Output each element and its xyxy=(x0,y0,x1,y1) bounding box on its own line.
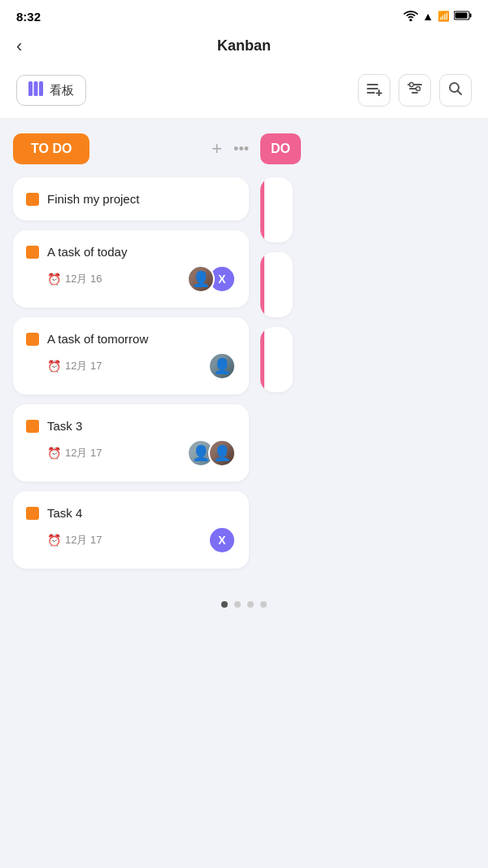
header: ‹ Kanban xyxy=(0,29,488,66)
task-avatars: X xyxy=(187,265,236,293)
svg-point-15 xyxy=(416,86,420,90)
task-title: A task of today xyxy=(47,245,127,259)
doing-column: DO xyxy=(260,133,301,578)
svg-rect-1 xyxy=(470,13,472,17)
page-dot-3[interactable] xyxy=(247,601,254,608)
search-button[interactable] xyxy=(439,74,472,107)
page-dots xyxy=(0,593,488,624)
task-title: A task of tomorrow xyxy=(47,332,148,346)
task-card[interactable]: A task of today ⏰ 12月 16 X xyxy=(13,230,249,308)
doing-label: DO xyxy=(260,133,301,164)
svg-line-17 xyxy=(458,90,462,94)
clock-icon: ⏰ xyxy=(47,534,61,547)
svg-rect-5 xyxy=(39,81,43,96)
task-avatars: X xyxy=(208,526,236,554)
svg-point-14 xyxy=(410,82,414,86)
task-card[interactable]: A task of tomorrow ⏰ 12月 17 xyxy=(13,317,249,395)
status-bar: 8:32 ▲ 📶 xyxy=(0,0,488,29)
svg-rect-2 xyxy=(455,12,468,18)
battery-icon xyxy=(454,11,472,23)
page-dot-4[interactable] xyxy=(260,601,267,608)
task-title: Finish my project xyxy=(47,192,139,206)
todo-label: TO DO xyxy=(13,133,89,164)
wifi-icon xyxy=(403,10,418,24)
status-time: 8:32 xyxy=(16,10,41,24)
filter-button[interactable] xyxy=(399,74,431,107)
add-list-button[interactable] xyxy=(358,74,390,107)
search-icon xyxy=(448,81,463,100)
avatar xyxy=(208,439,236,467)
clock-icon: ⏰ xyxy=(47,360,61,373)
task-priority-dot xyxy=(26,193,39,206)
kanban-board: TO DO + ••• Finish my project A task of … xyxy=(0,119,488,593)
task-priority-dot xyxy=(26,420,39,433)
clock-icon: ⏰ xyxy=(47,447,61,460)
todo-column-actions: + ••• xyxy=(211,138,249,159)
todo-column-header: TO DO + ••• xyxy=(13,133,249,164)
signal-icon: ▲ xyxy=(422,10,434,23)
back-button[interactable]: ‹ xyxy=(16,36,22,57)
todo-column: TO DO + ••• Finish my project A task of … xyxy=(13,133,249,578)
toolbar-actions xyxy=(358,74,472,107)
doing-card-peek xyxy=(260,252,293,317)
avatar xyxy=(187,265,215,293)
svg-rect-3 xyxy=(28,81,33,96)
task-avatars xyxy=(187,439,236,467)
task-title: Task 4 xyxy=(47,506,82,520)
todo-add-button[interactable]: + xyxy=(211,138,222,159)
sim-icon: 📶 xyxy=(438,11,450,22)
board-icon xyxy=(28,81,43,99)
doing-column-header: DO xyxy=(260,133,301,164)
task-priority-dot xyxy=(26,507,39,520)
svg-rect-4 xyxy=(34,81,38,96)
todo-more-button[interactable]: ••• xyxy=(233,141,249,158)
add-list-icon xyxy=(366,81,382,100)
task-title: Task 3 xyxy=(47,419,82,433)
task-date: ⏰ 12月 16 xyxy=(47,272,102,286)
doing-card-peek xyxy=(260,327,293,392)
board-label: 看板 xyxy=(50,83,74,98)
page-dot-2[interactable] xyxy=(234,601,241,608)
task-date: ⏰ 12月 17 xyxy=(47,446,102,460)
page-dot-1[interactable] xyxy=(221,601,228,608)
avatar xyxy=(208,352,236,380)
clock-icon: ⏰ xyxy=(47,273,61,286)
task-priority-dot xyxy=(26,333,39,346)
status-icons: ▲ 📶 xyxy=(403,10,472,24)
task-avatars xyxy=(208,352,236,380)
doing-card-peek xyxy=(260,177,293,242)
board-view-button[interactable]: 看板 xyxy=(16,75,86,106)
toolbar: 看板 xyxy=(0,66,488,119)
avatar: X xyxy=(208,526,236,554)
task-card[interactable]: Finish my project xyxy=(13,177,249,220)
task-date: ⏰ 12月 17 xyxy=(47,533,102,547)
task-card[interactable]: Task 3 ⏰ 12月 17 xyxy=(13,404,249,482)
page-title: Kanban xyxy=(217,37,271,55)
filter-icon xyxy=(407,81,423,100)
task-card[interactable]: Task 4 ⏰ 12月 17 X xyxy=(13,491,249,569)
task-priority-dot xyxy=(26,246,39,259)
task-date: ⏰ 12月 17 xyxy=(47,359,102,373)
